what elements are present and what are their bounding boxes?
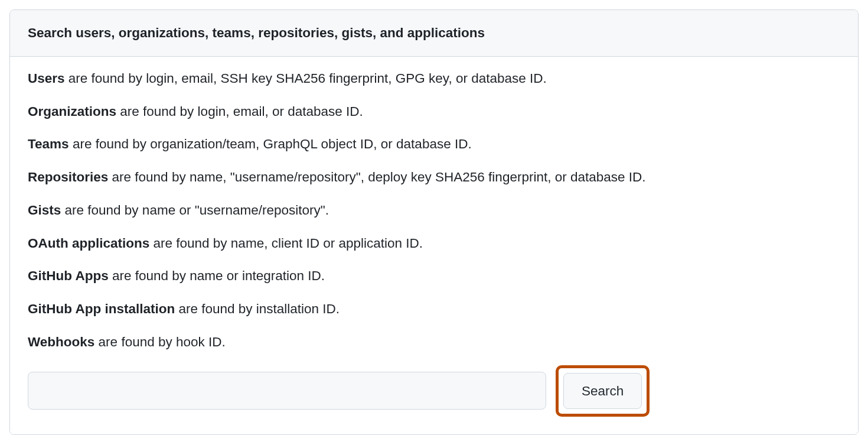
help-desc: are found by name or "username/repositor… <box>61 203 329 218</box>
panel-body: Users are found by login, email, SSH key… <box>10 57 858 434</box>
help-term: Gists <box>28 203 61 218</box>
search-button-highlight: Search <box>556 365 650 417</box>
search-input[interactable] <box>28 372 546 410</box>
panel-title: Search users, organizations, teams, repo… <box>28 23 840 43</box>
search-row: Search <box>28 365 840 417</box>
help-desc: are found by name, "username/repository"… <box>108 170 645 184</box>
help-term: GitHub App installation <box>28 301 175 316</box>
help-line-oauth-apps: OAuth applications are found by name, cl… <box>28 233 840 254</box>
help-term: Teams <box>28 137 69 151</box>
search-button[interactable]: Search <box>563 373 642 410</box>
help-desc: are found by name, client ID or applicat… <box>149 236 423 251</box>
help-term: Repositories <box>28 170 108 184</box>
panel-header: Search users, organizations, teams, repo… <box>10 10 858 57</box>
help-term: OAuth applications <box>28 236 149 251</box>
search-panel: Search users, organizations, teams, repo… <box>9 9 859 435</box>
help-desc: are found by installation ID. <box>175 301 340 316</box>
help-desc: are found by login, email, SSH key SHA25… <box>65 71 547 86</box>
help-desc: are found by login, email, or database I… <box>116 104 363 119</box>
help-term: Webhooks <box>28 335 94 349</box>
help-line-teams: Teams are found by organization/team, Gr… <box>28 134 840 154</box>
help-desc: are found by name or integration ID. <box>109 268 325 283</box>
help-line-organizations: Organizations are found by login, email,… <box>28 102 840 122</box>
help-line-webhooks: Webhooks are found by hook ID. <box>28 332 840 352</box>
help-term: Organizations <box>28 104 116 119</box>
help-line-github-apps: GitHub Apps are found by name or integra… <box>28 266 840 286</box>
help-term: GitHub Apps <box>28 268 109 283</box>
help-term: Users <box>28 71 65 86</box>
help-line-github-app-installation: GitHub App installation are found by ins… <box>28 299 840 319</box>
help-desc: are found by organization/team, GraphQL … <box>69 137 472 151</box>
help-desc: are found by hook ID. <box>94 335 225 349</box>
help-line-gists: Gists are found by name or "username/rep… <box>28 200 840 220</box>
help-line-users: Users are found by login, email, SSH key… <box>28 69 840 89</box>
help-line-repositories: Repositories are found by name, "usernam… <box>28 167 840 187</box>
